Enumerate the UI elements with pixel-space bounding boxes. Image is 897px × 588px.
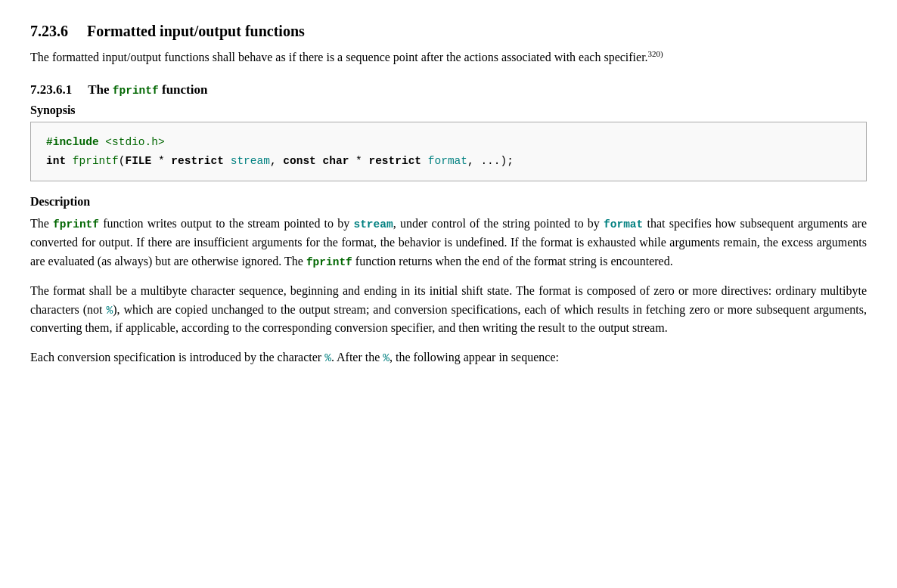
section-number: 7.23.6 xyxy=(30,23,68,39)
code-file-kw: FILE xyxy=(125,155,151,167)
code-restrict-kw-1: restrict xyxy=(171,155,224,167)
code-stdio-header: <stdio.h> xyxy=(105,136,164,148)
code-param-stream: stream xyxy=(231,155,270,167)
code-restrict-kw-2: restrict xyxy=(368,155,421,167)
synopsis-label: Synopsis xyxy=(30,104,867,117)
subsection-title-prefix: The xyxy=(88,82,113,97)
desc-paragraph-3: Each conversion specification is introdu… xyxy=(30,348,867,367)
format-ref-1: format xyxy=(604,218,643,231)
desc-paragraph-2: The format shall be a multibyte characte… xyxy=(30,282,867,338)
subsection-title-suffix: function xyxy=(159,82,208,97)
code-line-2: int fprintf(FILE * restrict stream, cons… xyxy=(46,152,851,171)
subsection-title-fn: fprintf xyxy=(113,85,159,97)
desc-paragraph-1: The fprintf function writes output to th… xyxy=(30,215,867,271)
section-intro: The formatted input/output functions sha… xyxy=(30,48,867,67)
code-param-format: format xyxy=(428,155,467,167)
section-intro-text: The formatted input/output functions sha… xyxy=(30,51,648,63)
subsection-number: 7.23.6.1 xyxy=(30,82,72,97)
percent-ref-3: % xyxy=(383,352,390,364)
fprintf-ref-2: fprintf xyxy=(306,256,352,268)
code-include-kw: #include xyxy=(46,136,99,148)
code-char-kw: char xyxy=(323,155,349,167)
stream-ref-1: stream xyxy=(353,218,393,231)
percent-ref-2: % xyxy=(324,352,331,364)
footnote-ref: 320) xyxy=(648,49,663,58)
description-label: Description xyxy=(30,195,867,209)
code-line-1: #include <stdio.h> xyxy=(46,133,851,152)
code-synopsis: #include <stdio.h> int fprintf(FILE * re… xyxy=(30,122,867,181)
subsection-heading: 7.23.6.1 The fprintf function xyxy=(30,82,867,97)
code-int-kw: int xyxy=(46,155,66,167)
code-fn-name: fprintf xyxy=(73,155,119,167)
fprintf-ref-1: fprintf xyxy=(53,218,99,231)
code-const-kw: const xyxy=(283,155,316,167)
section-heading: 7.23.6 Formatted input/output functions xyxy=(30,23,867,40)
percent-ref-1: % xyxy=(106,305,113,317)
section-title-text: Formatted input/output functions xyxy=(87,23,305,39)
